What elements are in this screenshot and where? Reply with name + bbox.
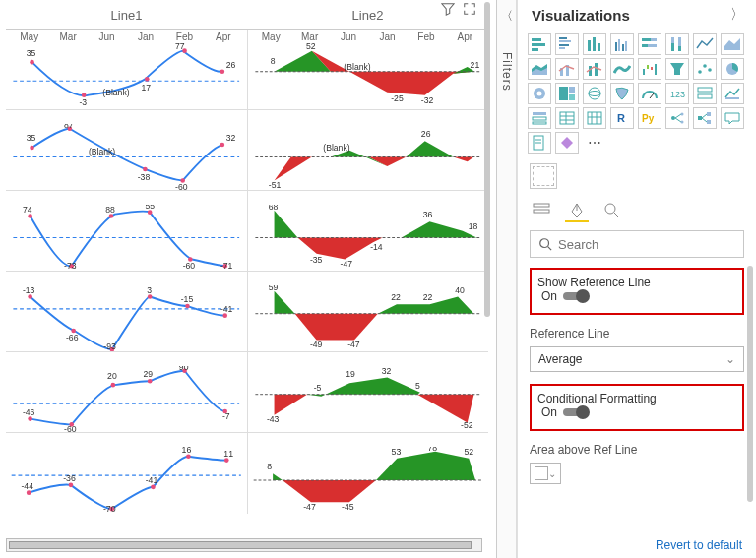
sparkline-cell[interactable]: 3587 (Blank) -38-6032 [6, 110, 247, 190]
area-cell[interactable]: 8-47-45537852 [247, 433, 489, 514]
viz-kpi-icon[interactable] [721, 83, 744, 104]
pane-vertical-scrollbar[interactable] [747, 266, 753, 502]
show-ref-line-label: Show Reference Line [537, 276, 651, 289]
svg-text:(Blank): (Blank) [323, 143, 349, 153]
viz-scatter-icon[interactable] [693, 58, 717, 80]
expand-filters-icon[interactable]: 〈 [501, 8, 513, 25]
svg-rect-134 [532, 38, 541, 41]
svg-point-70 [185, 304, 190, 309]
viz-power-apps-icon[interactable] [555, 132, 579, 154]
viz-slicer-icon[interactable] [528, 107, 551, 129]
svg-marker-33 [274, 157, 311, 181]
svg-line-199 [675, 118, 681, 122]
area-cell[interactable]: (Blank) -5126 [247, 110, 489, 190]
show-ref-line-toggle[interactable]: On [537, 289, 736, 303]
svg-text:40: 40 [455, 285, 465, 295]
viz-stacked-column-icon[interactable] [583, 33, 606, 55]
svg-text:55: 55 [145, 205, 155, 211]
cond-format-toggle[interactable]: On [537, 405, 736, 419]
viz-100-stacked-column-icon[interactable] [665, 33, 689, 55]
svg-point-26 [220, 143, 225, 148]
sparkline-cell[interactable]: -46-60202990-7 [6, 352, 247, 432]
svg-point-116 [186, 454, 191, 459]
value-placeholder-icon[interactable] [530, 163, 557, 189]
area-cell[interactable]: 68-35-47-143618 [247, 191, 489, 271]
x-axis-ticks: MayMarJunJanFebApr [6, 30, 247, 44]
svg-text:5: 5 [415, 381, 420, 391]
reference-line-select[interactable]: Average ⌄ [530, 346, 744, 372]
viz-line-icon[interactable] [693, 33, 717, 55]
viz-decomposition-tree-icon[interactable] [693, 107, 717, 129]
svg-text:Py: Py [642, 113, 655, 124]
sparkline-cell[interactable]: MayMarJunJanFebApr 35-3 (Blank) 177726 [6, 30, 247, 109]
viz-donut-icon[interactable] [528, 83, 551, 104]
svg-line-198 [675, 114, 681, 118]
filter-visual-icon[interactable] [441, 2, 455, 19]
viz-area-icon[interactable] [721, 33, 744, 55]
viz-clustered-bar-icon[interactable] [555, 33, 579, 55]
svg-text:R: R [617, 112, 625, 124]
svg-point-177 [589, 88, 600, 99]
viz-python-visual-icon[interactable]: Py [638, 107, 662, 129]
area-cell[interactable]: MayMarJunJanFebApr 852 (Blank) -25-3221 [247, 30, 489, 109]
fields-tab-icon[interactable] [530, 199, 553, 222]
viz-stacked-bar-icon[interactable] [528, 33, 551, 55]
report-canvas: Line1 Line2 MayMarJunJanFebApr 35-3 (Bla… [0, 0, 497, 558]
viz-gauge-icon[interactable] [638, 83, 662, 104]
svg-rect-186 [533, 122, 546, 124]
viz-multi-row-card-icon[interactable] [693, 83, 717, 104]
viz-qa-icon[interactable] [721, 107, 744, 129]
sparkline-cell[interactable]: 74-738855-60-71 [6, 191, 247, 271]
area-above-color-picker[interactable]: ⌄ [530, 463, 561, 484]
viz-more-icon[interactable]: ⋯ [583, 132, 606, 154]
format-tab-icon[interactable] [565, 199, 589, 222]
sparkline-cell[interactable]: -44-36-70-411611 [6, 433, 247, 514]
analytics-tab-icon[interactable] [600, 199, 624, 222]
viz-treemap-icon[interactable] [555, 83, 579, 104]
viz-clustered-column-icon[interactable] [610, 33, 634, 55]
svg-rect-142 [593, 37, 596, 51]
viz-r-visual-icon[interactable]: R [610, 107, 634, 129]
svg-rect-147 [625, 41, 627, 51]
viz-waterfall-icon[interactable] [638, 58, 662, 80]
area-above-label: Area above Ref Line [530, 443, 744, 457]
filters-pane-collapsed[interactable]: 〈 Filters [497, 0, 517, 558]
viz-card-icon[interactable]: 123 [665, 83, 689, 104]
area-cell[interactable]: -43-519325-52 [247, 352, 489, 432]
revert-to-default-link[interactable]: Revert to default [656, 538, 742, 552]
svg-point-91 [111, 383, 116, 388]
svg-marker-124 [273, 473, 283, 480]
svg-text:-3: -3 [79, 97, 87, 107]
toggle-switch-icon [563, 292, 587, 300]
viz-paginated-icon[interactable] [528, 132, 551, 154]
svg-text:123: 123 [670, 90, 685, 99]
svg-text:52: 52 [464, 447, 473, 457]
search-input[interactable] [558, 237, 735, 252]
viz-line-clustered-column-icon[interactable] [555, 58, 579, 80]
viz-key-influencers-icon[interactable] [665, 107, 689, 129]
svg-marker-55 [274, 211, 297, 238]
viz-matrix-icon[interactable] [583, 107, 606, 129]
vertical-scrollbar[interactable] [480, 2, 490, 519]
viz-table-icon[interactable] [555, 107, 579, 129]
horizontal-scrollbar[interactable] [6, 538, 482, 552]
svg-rect-182 [698, 94, 712, 98]
viz-100-stacked-bar-icon[interactable] [638, 33, 662, 55]
viz-filled-map-icon[interactable] [610, 83, 634, 104]
viz-map-icon[interactable] [583, 83, 606, 104]
viz-line-stacked-column-icon[interactable] [583, 58, 606, 80]
focus-mode-icon[interactable] [463, 2, 476, 19]
sparkline-cell[interactable]: -13-66-933-15-41 [6, 272, 247, 351]
format-search[interactable] [530, 230, 744, 258]
svg-line-217 [548, 247, 552, 251]
collapse-pane-icon[interactable]: 〉 [730, 6, 744, 24]
svg-point-5 [220, 69, 225, 74]
area-cell[interactable]: 59-49-47222240 [247, 272, 489, 351]
viz-ribbon-icon[interactable] [610, 58, 634, 80]
visualizations-pane: Visualizations 〉 [517, 0, 756, 558]
svg-rect-166 [655, 64, 657, 75]
viz-funnel-icon[interactable] [665, 58, 689, 80]
viz-stacked-area-icon[interactable] [528, 58, 551, 80]
viz-pie-icon[interactable] [721, 58, 744, 80]
svg-rect-137 [559, 37, 567, 39]
